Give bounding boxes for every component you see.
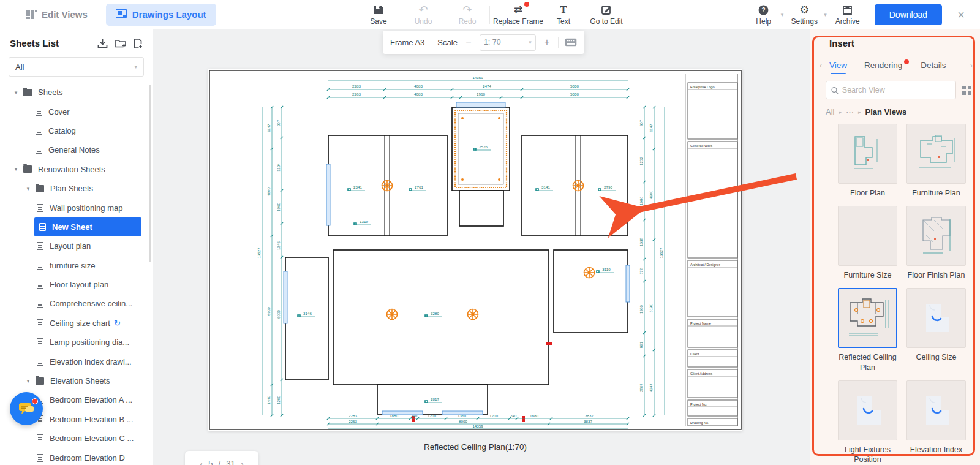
gear-icon: ⚙	[799, 4, 809, 16]
close-icon[interactable]: ×	[951, 4, 971, 25]
sidebar-item-ceiling-size-chart[interactable]: Ceiling size chart↻	[0, 314, 153, 333]
svg-text:8000: 8000	[459, 419, 467, 423]
svg-text:3146: 3146	[303, 311, 312, 316]
svg-text:2263: 2263	[352, 92, 361, 96]
search-box[interactable]	[826, 81, 956, 99]
sidebar-item-floor-layout-plan[interactable]: Floor layout plan	[0, 275, 153, 294]
sidebar-item-plan-sheets[interactable]: ▾Plan Sheets	[0, 179, 153, 198]
svg-text:13527: 13527	[257, 248, 261, 259]
drawing-canvas[interactable]: Enterprise Logo General Notes Architect …	[153, 29, 810, 465]
sidebar-scrollbar[interactable]	[149, 85, 151, 262]
sidebar-item-layout-plan[interactable]: Layout plan	[0, 236, 153, 255]
text-tool-button[interactable]: T Text	[546, 1, 581, 29]
tabs-scroll-left-icon[interactable]: ‹	[818, 61, 823, 70]
caret-down-icon[interactable]: ▾	[24, 378, 32, 384]
svg-text:1880: 1880	[390, 414, 398, 418]
settings-caret-icon[interactable]: ▾	[824, 12, 827, 18]
file-icon	[37, 242, 43, 250]
sidebar-item-catalog[interactable]: Catalog	[0, 121, 153, 140]
caret-down-icon[interactable]: ▾	[12, 166, 20, 172]
breadcrumb-ellipsis[interactable]: ···	[846, 107, 854, 116]
search-input[interactable]	[842, 86, 951, 94]
save-button[interactable]: Save	[356, 1, 401, 29]
page-total: 31	[226, 459, 235, 465]
undo-button[interactable]: ↶ Undo	[401, 1, 445, 29]
sidebar-item-furniture-size[interactable]: furniture size	[0, 256, 153, 275]
file-icon	[37, 281, 43, 289]
tabs-scroll-right-icon[interactable]: ›	[969, 61, 974, 70]
scale-increase-button[interactable]: +	[542, 37, 552, 48]
view-card-furniture-plan[interactable]: Furniture Plan	[907, 124, 966, 198]
help-button[interactable]: ? Help	[749, 1, 778, 29]
keyboard-icon[interactable]	[565, 38, 577, 47]
svg-text:1960: 1960	[276, 203, 281, 211]
support-chat-button[interactable]	[10, 392, 43, 425]
page-separator: /	[219, 459, 221, 465]
go-to-edit-button[interactable]: Go to Edit	[581, 1, 631, 29]
redo-button[interactable]: ↷ Redo	[445, 1, 489, 29]
svg-text:Client: Client	[690, 352, 699, 356]
scale-decrease-button[interactable]: −	[464, 37, 473, 48]
drawing-sheet[interactable]: Enterprise Logo General Notes Architect …	[208, 69, 742, 431]
tab-rendering[interactable]: Rendering	[858, 57, 908, 74]
svg-text:13527: 13527	[659, 248, 663, 259]
tab-details[interactable]: Details	[914, 57, 952, 74]
breadcrumb-root[interactable]: All	[826, 107, 834, 116]
svg-text:4683: 4683	[414, 92, 423, 96]
insert-panel: Insert ‹ View Rendering Details › All ▸ …	[810, 29, 980, 465]
sidebar-item-comprehensive-ceiling[interactable]: Comprehensive ceilin...	[0, 294, 153, 313]
sidebar-item-elevation-sheets[interactable]: ▾Elevation Sheets	[0, 371, 153, 390]
view-thumbnail	[838, 124, 897, 184]
view-card-furniture-size[interactable]: Furniture Size	[838, 206, 897, 281]
tab-view[interactable]: View	[823, 57, 853, 74]
file-icon	[37, 204, 43, 212]
archive-button[interactable]: Archive	[831, 1, 865, 29]
notification-dot	[904, 59, 909, 64]
breadcrumb-current: Plan Views	[865, 107, 907, 116]
view-card-ceiling-size[interactable]: Ceiling Size	[907, 288, 966, 373]
text-tool-label: Text	[557, 17, 570, 26]
sidebar-item-lamp-positioning[interactable]: Lamp positioning dia...	[0, 333, 153, 352]
help-caret-icon[interactable]: ▾	[781, 12, 784, 18]
sheets-filter-select[interactable]: All ▾	[9, 57, 144, 77]
sidebar-item-wall-positioning-map[interactable]: Wall positioning map	[0, 198, 153, 217]
download-sheet-icon[interactable]	[97, 39, 108, 48]
view-card-light-fixtures-position[interactable]: Light Fixtures Position	[838, 380, 897, 465]
sidebar-item-bedroom-elevation-c[interactable]: Bedroom Elevation C ...	[0, 429, 153, 448]
sidebar-item-sheets[interactable]: ▾Sheets	[0, 83, 153, 102]
prev-page-icon[interactable]: ‹	[200, 458, 203, 465]
replace-frame-button[interactable]: ⇄ Replace Frame	[490, 1, 546, 29]
sidebar-item-label: Bedroom Elevation B ...	[50, 415, 134, 424]
caret-down-icon[interactable]: ▾	[12, 89, 20, 96]
grid-view-icon[interactable]	[962, 86, 971, 95]
caret-down-icon[interactable]: ▾	[24, 186, 32, 192]
scale-select[interactable]: 1: 70 ▾	[480, 34, 536, 51]
add-sheet-icon[interactable]	[134, 39, 143, 48]
view-card-reflected-ceiling-plan[interactable]: Reflected Ceiling Plan	[838, 288, 897, 373]
tab-edit-views[interactable]: Edit Views	[16, 4, 97, 26]
sidebar-item-bedroom-elevation-d[interactable]: Bedroom Elevation D	[0, 448, 153, 465]
sidebar-item-renovation-sheets[interactable]: ▾Renovation Sheets	[0, 160, 153, 179]
sidebar-item-new-sheet[interactable]: New Sheet	[34, 217, 141, 236]
insert-panel-tabs: ‹ View Rendering Details ›	[818, 57, 974, 74]
right-tools: ? Help ▾ ⚙ Settings ▾ Archive Download ×	[749, 0, 971, 29]
svg-text:6000: 6000	[276, 310, 281, 319]
download-button[interactable]: Download	[875, 4, 942, 25]
sidebar-item-elevation-index[interactable]: Elevation index drawi...	[0, 352, 153, 371]
view-card-floor-plan[interactable]: Floor Plan	[838, 124, 897, 198]
search-row	[826, 81, 971, 99]
file-icon	[37, 300, 43, 308]
tab-drawings-layout[interactable]: Drawings Layout	[106, 4, 216, 26]
sidebar-item-label: General Notes	[48, 145, 100, 154]
next-page-icon[interactable]: ›	[241, 458, 244, 465]
add-folder-icon[interactable]	[115, 39, 126, 48]
view-card-floor-finish-plan[interactable]: Floor Finish Plan	[907, 206, 966, 281]
view-card-label: Ceiling Size	[907, 352, 966, 363]
view-card-elevation-index[interactable]: Elevation Index	[907, 380, 966, 465]
svg-text:1200: 1200	[276, 396, 281, 404]
center-tools: Save ↶ Undo ↷ Redo ⇄ Replace Frame T Tex…	[356, 1, 631, 29]
sidebar-item-general-notes[interactable]: General Notes	[0, 140, 153, 159]
sidebar-item-cover[interactable]: Cover	[0, 102, 153, 121]
settings-button[interactable]: ⚙ Settings	[787, 1, 821, 29]
svg-text:2283: 2283	[349, 414, 357, 418]
